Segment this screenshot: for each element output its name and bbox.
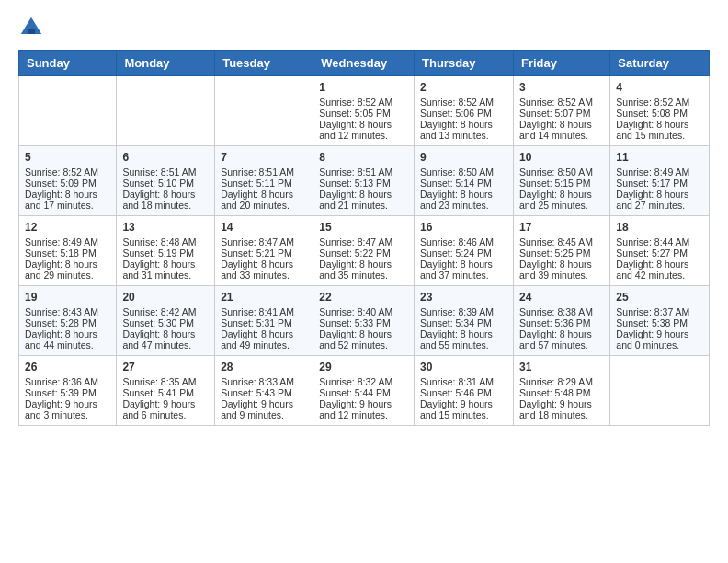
calendar-cell: 3Sunrise: 8:52 AMSunset: 5:07 PMDaylight… [513, 76, 609, 146]
day-info: Daylight: 8 hours [420, 259, 507, 270]
day-info: Daylight: 9 hours [319, 398, 408, 409]
day-number: 25 [616, 291, 703, 304]
day-info: and 35 minutes. [319, 270, 408, 281]
day-info: Sunset: 5:48 PM [519, 387, 604, 398]
calendar-week-row: 12Sunrise: 8:49 AMSunset: 5:18 PMDayligh… [19, 216, 710, 286]
calendar-cell: 24Sunrise: 8:38 AMSunset: 5:36 PMDayligh… [513, 286, 609, 356]
day-info: Sunrise: 8:52 AM [519, 97, 604, 108]
day-info: and 18 minutes. [519, 409, 604, 420]
day-info: and 13 minutes. [420, 130, 507, 141]
calendar-cell: 17Sunrise: 8:45 AMSunset: 5:25 PMDayligh… [513, 216, 609, 286]
page: SundayMondayTuesdayWednesdayThursdayFrid… [0, 0, 728, 441]
day-info: Sunrise: 8:48 AM [122, 236, 209, 247]
day-info: and 47 minutes. [122, 339, 209, 350]
day-info: Sunset: 5:17 PM [616, 178, 703, 189]
calendar-cell [215, 76, 313, 146]
calendar-cell: 23Sunrise: 8:39 AMSunset: 5:34 PMDayligh… [415, 286, 514, 356]
day-info: Daylight: 8 hours [519, 328, 604, 339]
day-info: Sunrise: 8:31 AM [420, 376, 507, 387]
day-info: and 17 minutes. [25, 200, 110, 211]
calendar-cell: 19Sunrise: 8:43 AMSunset: 5:28 PMDayligh… [19, 286, 117, 356]
day-info: and 3 minutes. [25, 409, 110, 420]
day-info: Daylight: 8 hours [519, 119, 604, 130]
calendar-cell: 15Sunrise: 8:47 AMSunset: 5:22 PMDayligh… [313, 216, 415, 286]
day-info: Daylight: 8 hours [319, 189, 408, 200]
day-info: and 6 minutes. [122, 409, 209, 420]
day-number: 19 [25, 291, 110, 304]
day-info: Sunset: 5:22 PM [319, 247, 408, 259]
calendar-week-row: 19Sunrise: 8:43 AMSunset: 5:28 PMDayligh… [19, 286, 710, 356]
day-number: 5 [25, 151, 110, 164]
day-info: Sunset: 5:41 PM [122, 387, 209, 398]
calendar-cell: 29Sunrise: 8:32 AMSunset: 5:44 PMDayligh… [313, 356, 415, 426]
svg-rect-1 [28, 29, 35, 34]
calendar-cell: 10Sunrise: 8:50 AMSunset: 5:15 PMDayligh… [513, 146, 609, 216]
day-info: Daylight: 9 hours [221, 398, 307, 409]
day-info: and 20 minutes. [221, 200, 307, 211]
calendar-cell: 8Sunrise: 8:51 AMSunset: 5:13 PMDaylight… [313, 146, 415, 216]
day-info: Sunrise: 8:41 AM [221, 306, 307, 317]
day-info: and 27 minutes. [616, 200, 703, 211]
day-info: and 14 minutes. [519, 130, 604, 141]
day-info: Daylight: 8 hours [519, 259, 604, 270]
day-info: Sunset: 5:44 PM [319, 387, 408, 398]
day-info: Daylight: 8 hours [25, 259, 110, 270]
day-info: Sunset: 5:21 PM [221, 247, 307, 259]
calendar-week-row: 26Sunrise: 8:36 AMSunset: 5:39 PMDayligh… [19, 356, 710, 426]
day-number: 8 [319, 151, 408, 164]
day-info: and 44 minutes. [25, 339, 110, 350]
calendar-cell: 16Sunrise: 8:46 AMSunset: 5:24 PMDayligh… [415, 216, 514, 286]
day-info: Sunrise: 8:47 AM [319, 236, 408, 247]
day-number: 6 [122, 151, 209, 164]
day-info: Daylight: 8 hours [319, 119, 408, 130]
day-info: Sunset: 5:46 PM [420, 387, 507, 398]
weekday-header-monday: Monday [117, 51, 215, 76]
day-info: and 0 minutes. [616, 339, 703, 350]
day-info: Daylight: 8 hours [221, 189, 307, 200]
calendar-cell: 20Sunrise: 8:42 AMSunset: 5:30 PMDayligh… [117, 286, 215, 356]
day-info: Sunrise: 8:44 AM [616, 236, 703, 247]
day-number: 11 [616, 151, 703, 164]
logo [18, 15, 46, 40]
day-info: Sunset: 5:43 PM [221, 387, 307, 398]
day-info: Daylight: 8 hours [25, 189, 110, 200]
calendar-cell: 30Sunrise: 8:31 AMSunset: 5:46 PMDayligh… [415, 356, 514, 426]
weekday-header-row: SundayMondayTuesdayWednesdayThursdayFrid… [19, 51, 710, 76]
calendar-cell: 5Sunrise: 8:52 AMSunset: 5:09 PMDaylight… [19, 146, 117, 216]
calendar: SundayMondayTuesdayWednesdayThursdayFrid… [18, 50, 710, 426]
calendar-cell: 12Sunrise: 8:49 AMSunset: 5:18 PMDayligh… [19, 216, 117, 286]
calendar-cell: 31Sunrise: 8:29 AMSunset: 5:48 PMDayligh… [513, 356, 609, 426]
day-info: Sunrise: 8:38 AM [519, 306, 604, 317]
day-info: Sunrise: 8:50 AM [519, 167, 604, 178]
calendar-cell: 13Sunrise: 8:48 AMSunset: 5:19 PMDayligh… [117, 216, 215, 286]
day-number: 7 [221, 151, 307, 164]
day-info: Daylight: 9 hours [122, 398, 209, 409]
day-number: 1 [319, 81, 408, 94]
day-info: Sunrise: 8:51 AM [122, 167, 209, 178]
day-info: Daylight: 8 hours [221, 259, 307, 270]
day-info: and 37 minutes. [420, 270, 507, 281]
day-info: and 21 minutes. [319, 200, 408, 211]
day-info: Sunset: 5:30 PM [122, 317, 209, 328]
day-info: Sunrise: 8:40 AM [319, 306, 408, 317]
day-info: Daylight: 9 hours [420, 398, 507, 409]
weekday-header-friday: Friday [513, 51, 609, 76]
day-number: 16 [420, 221, 507, 234]
day-info: Sunrise: 8:39 AM [420, 306, 507, 317]
day-info: and 25 minutes. [519, 200, 604, 211]
day-info: Daylight: 8 hours [122, 259, 209, 270]
day-info: Sunrise: 8:49 AM [616, 167, 703, 178]
day-info: and 39 minutes. [519, 270, 604, 281]
day-number: 26 [25, 361, 110, 373]
day-info: Daylight: 8 hours [420, 119, 507, 130]
day-info: and 57 minutes. [519, 339, 604, 350]
day-number: 10 [519, 151, 604, 164]
day-info: Sunset: 5:33 PM [319, 317, 408, 328]
day-info: Daylight: 8 hours [122, 328, 209, 339]
calendar-cell: 9Sunrise: 8:50 AMSunset: 5:14 PMDaylight… [415, 146, 514, 216]
calendar-cell: 1Sunrise: 8:52 AMSunset: 5:05 PMDaylight… [313, 76, 415, 146]
day-info: Daylight: 8 hours [420, 189, 507, 200]
day-info: Sunset: 5:18 PM [25, 247, 110, 259]
day-info: Daylight: 8 hours [319, 259, 408, 270]
day-number: 28 [221, 361, 307, 373]
